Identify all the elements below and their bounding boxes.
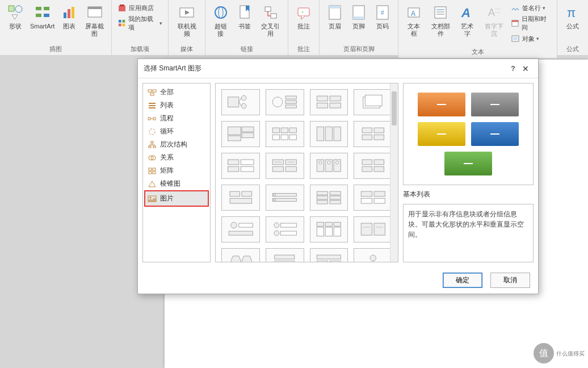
dropcap-button[interactable]: A首字下沉	[479, 2, 509, 39]
gallery-thumb[interactable]	[310, 216, 348, 242]
svg-rect-74	[317, 103, 327, 108]
dialog-close-button[interactable]: ✕	[519, 64, 532, 73]
chart-button[interactable]: 图表	[57, 2, 81, 31]
footer-button[interactable]: 页脚	[347, 2, 371, 31]
gallery-thumb[interactable]	[221, 248, 260, 262]
ribbon-group-headerfooter: 页眉 页脚 #页码 页眉和页脚	[320, 0, 398, 55]
dialog-help-button[interactable]: ?	[507, 65, 519, 73]
online-video-button[interactable]: 联机视频	[172, 2, 201, 39]
watermark-text: 什么值得买	[556, 350, 585, 357]
gallery-thumb[interactable]	[266, 248, 304, 262]
hyperlink-button[interactable]: 超链接	[209, 2, 233, 39]
category-all[interactable]: 全部	[143, 86, 210, 99]
svg-rect-140	[325, 223, 332, 227]
svg-rect-152	[317, 261, 327, 262]
preview-pane: 基本列表 用于显示非有序信息块或者分组信息块。可最大化形状的水平和垂直显示空间。	[403, 83, 534, 262]
preview-tile	[471, 93, 519, 116]
category-pyramid[interactable]: 棱锥图	[143, 177, 210, 190]
datetime-button[interactable]: 日期和时间	[509, 14, 553, 33]
svg-rect-25	[329, 6, 341, 9]
gallery-scrollbar[interactable]	[390, 83, 398, 262]
gallery-thumb[interactable]	[354, 89, 392, 115]
equation-button[interactable]: π公式	[561, 2, 585, 31]
textbox-button[interactable]: A文本框	[402, 2, 426, 39]
svg-rect-51	[148, 118, 150, 120]
svg-rect-142	[317, 227, 324, 236]
gallery-thumb[interactable]	[354, 153, 392, 179]
svg-rect-7	[72, 7, 74, 18]
preview-tile	[418, 93, 465, 116]
svg-rect-62	[153, 172, 156, 174]
dialog-titlebar: 选择 SmartArt 图形 ? ✕	[138, 59, 538, 78]
wordart-button[interactable]: A艺术字	[455, 2, 479, 39]
my-addins-button[interactable]: 我的加载项▾	[115, 14, 165, 33]
gallery-thumb[interactable]	[310, 153, 348, 179]
svg-rect-65	[228, 97, 238, 107]
object-button[interactable]: 对象▾	[509, 33, 553, 44]
category-picture[interactable]: 图片	[144, 190, 209, 207]
gallery-thumb[interactable]	[221, 121, 260, 147]
gallery-thumb[interactable]	[221, 216, 260, 242]
gallery-thumb[interactable]	[266, 216, 304, 242]
svg-point-110	[336, 161, 339, 164]
gallery-thumb[interactable]	[266, 121, 304, 147]
svg-point-17	[215, 7, 226, 18]
header-button[interactable]: 页眉	[323, 2, 347, 31]
svg-rect-117	[230, 199, 252, 204]
gallery-thumb[interactable]	[354, 248, 392, 262]
gallery-thumb[interactable]	[310, 89, 348, 115]
ribbon-group-comments: +批注 批注	[288, 0, 320, 55]
svg-rect-130	[361, 199, 372, 204]
ok-button[interactable]: 确定	[443, 273, 482, 288]
svg-rect-144	[334, 227, 341, 236]
pagenum-button[interactable]: #页码	[371, 2, 394, 31]
svg-rect-80	[242, 133, 254, 138]
category-matrix[interactable]: 矩阵	[143, 164, 210, 177]
store-button[interactable]: 应用商店	[115, 2, 165, 14]
svg-rect-54	[151, 141, 153, 143]
bookmark-button[interactable]: 书签	[233, 2, 257, 31]
gallery-thumb[interactable]	[310, 121, 348, 147]
svg-rect-119	[273, 199, 297, 202]
gallery-thumb[interactable]	[266, 89, 304, 115]
shapes-button[interactable]: 形状	[3, 2, 27, 31]
category-list-item[interactable]: 列表	[143, 99, 210, 112]
signature-button[interactable]: 签名行▾	[509, 2, 553, 14]
ribbon-group-links: 超链接 书签 交叉引用 链接	[205, 0, 289, 55]
gallery-thumb[interactable]	[266, 153, 304, 179]
gallery-thumb[interactable]	[354, 216, 392, 242]
svg-rect-141	[334, 223, 341, 227]
category-cycle[interactable]: 循环	[143, 125, 210, 138]
watermark: 值 什么值得买	[534, 342, 585, 365]
gallery-thumb[interactable]	[310, 248, 348, 262]
svg-rect-127	[330, 200, 341, 204]
category-relationship[interactable]: 关系	[143, 151, 210, 164]
gallery-thumb[interactable]	[221, 185, 260, 211]
gallery-thumb[interactable]	[354, 121, 392, 147]
gallery-thumb[interactable]	[354, 185, 392, 211]
cancel-button[interactable]: 取消	[490, 273, 530, 288]
gallery-thumb[interactable]	[310, 185, 348, 211]
screenshot-button[interactable]: 屏幕截图	[81, 2, 108, 39]
svg-rect-70	[285, 101, 296, 103]
svg-point-66	[241, 96, 246, 101]
quickparts-button[interactable]: 文档部件	[426, 2, 455, 39]
category-hierarchy[interactable]: 层次结构	[143, 138, 210, 151]
svg-rect-72	[317, 96, 327, 101]
svg-rect-10	[119, 6, 125, 11]
svg-rect-97	[241, 160, 254, 165]
category-process[interactable]: 流程	[143, 112, 210, 125]
gallery-thumb[interactable]	[266, 185, 304, 211]
gallery-thumb[interactable]	[221, 89, 260, 115]
ribbon-group-illustrations: 形状 SmartArt 图表 屏幕截图 插图	[0, 0, 112, 55]
crossref-button[interactable]: 交叉引用	[257, 2, 285, 39]
smartart-button[interactable]: SmartArt	[27, 2, 57, 31]
svg-rect-138	[281, 232, 297, 236]
comment-button[interactable]: +批注	[292, 2, 316, 31]
svg-rect-128	[361, 191, 372, 196]
svg-rect-5	[64, 12, 66, 18]
svg-rect-143	[325, 227, 332, 236]
gallery-thumb[interactable]	[221, 153, 260, 179]
preview-box	[403, 83, 534, 185]
svg-rect-47	[150, 93, 154, 95]
